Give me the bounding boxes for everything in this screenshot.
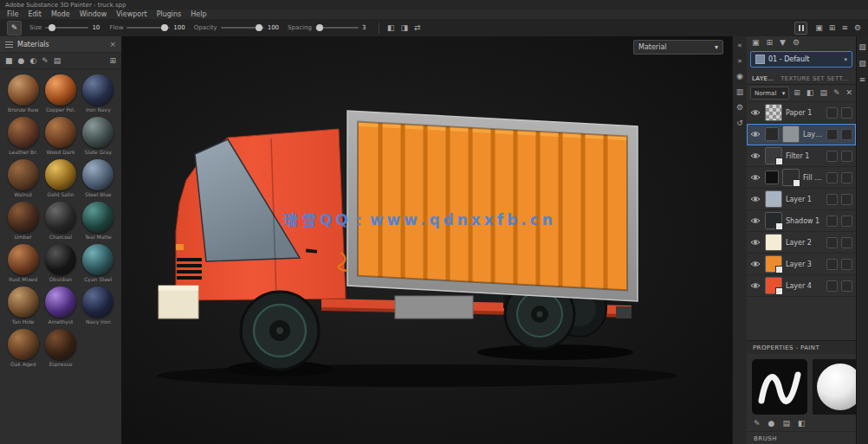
menu-item-mode[interactable]: Mode [51, 10, 70, 18]
material-item[interactable]: Espresso [42, 329, 79, 367]
visibility-eye-icon[interactable] [750, 281, 761, 290]
add-layer-icon[interactable]: ⊞ [794, 89, 800, 97]
material-item[interactable]: Steel Blue [80, 159, 117, 197]
tab-layers[interactable]: LAYERS [752, 75, 774, 82]
brush-section-header[interactable]: BRUSH [747, 431, 856, 444]
filter-brushes-icon[interactable]: ✎ [42, 57, 49, 65]
material-item[interactable]: Copper Pol. [42, 74, 79, 113]
add-folder-icon[interactable]: ▤ [819, 89, 827, 97]
layer-thumbnail[interactable] [765, 147, 782, 164]
layer-row[interactable]: Layer 1 [747, 189, 856, 210]
layer-row[interactable]: Shadow 1 [747, 210, 856, 232]
material-tab-icon[interactable]: ◧ [798, 420, 806, 428]
filter-icon[interactable]: ▼ [780, 39, 786, 47]
material-item[interactable]: Gold Satin [42, 159, 79, 197]
layer-thumbnail[interactable] [765, 190, 782, 208]
layer-thumbnail[interactable] [765, 104, 782, 121]
material-item[interactable]: Oak Aged [4, 329, 42, 367]
material-item[interactable]: Navy Iron [80, 286, 117, 325]
menu-item-file[interactable]: File [7, 10, 18, 18]
menu-item-viewport[interactable]: Viewport [116, 10, 146, 18]
blend-mode-dropdown[interactable]: Normal ▾ [750, 87, 789, 100]
layer-row[interactable]: Layer 4 [747, 275, 856, 297]
material-item[interactable]: Tan Hide [4, 286, 42, 325]
filter-alphas-icon[interactable]: ▤ [54, 57, 62, 65]
layer-settings-icon[interactable] [841, 216, 852, 227]
slider-knob[interactable] [161, 24, 168, 31]
layer-thumbnail[interactable] [765, 255, 782, 273]
stencil-tab-icon[interactable]: ▤ [782, 420, 790, 428]
brush-stroke-preview[interactable] [752, 359, 807, 415]
brush-flow-control[interactable]: Flow100 [109, 24, 185, 31]
layer-row[interactable]: Fill layer 1 [747, 167, 856, 189]
layer-settings-icon[interactable] [841, 172, 852, 183]
add-effect-icon[interactable]: ✎ [833, 89, 840, 97]
lazy-mouse-icon[interactable]: ⇄ [414, 24, 421, 32]
brush-spacing-control[interactable]: Spacing3 [288, 24, 371, 31]
layer-settings-icon[interactable] [841, 237, 852, 248]
history-icon[interactable]: ↺ [736, 119, 743, 127]
layer-opacity-icon[interactable] [826, 216, 838, 227]
slider-knob[interactable] [256, 24, 262, 31]
layer-thumbnail[interactable] [782, 169, 800, 186]
material-item[interactable]: Walnut [4, 159, 42, 197]
symmetry-y-icon[interactable]: ◨ [400, 24, 408, 32]
layer-thumbnail[interactable] [765, 234, 782, 251]
dock-properties-icon[interactable]: ≡ [859, 76, 866, 84]
delete-layer-icon[interactable]: ✕ [845, 89, 852, 97]
layer-opacity-icon[interactable] [826, 259, 838, 270]
layer-row[interactable]: Layer 2 [747, 232, 856, 254]
material-item[interactable]: Bronze Raw [4, 74, 42, 113]
material-item[interactable]: Rust Mixed [4, 244, 42, 282]
texture-set-selector[interactable]: 01 - Default ▾ [750, 51, 852, 68]
layer-row[interactable]: Filter 1 [747, 145, 856, 167]
menu-item-window[interactable]: Window [80, 10, 107, 18]
slider-track[interactable] [315, 27, 359, 29]
layer-settings-icon[interactable] [841, 107, 852, 119]
layer-settings-icon[interactable] [841, 151, 852, 162]
material-item[interactable]: Cyan Steel [80, 244, 117, 282]
menu-item-edit[interactable]: Edit [28, 10, 42, 18]
symmetry-x-icon[interactable]: ◧ [387, 24, 395, 32]
log-icon[interactable]: ≡ [841, 24, 848, 32]
menu-item-plugins[interactable]: Plugins [157, 10, 182, 18]
layer-thumbnail[interactable] [765, 277, 782, 294]
layer-row[interactable]: Paper 1 [747, 102, 856, 124]
material-item[interactable]: Wood Dark [42, 117, 79, 155]
close-icon[interactable]: × [109, 40, 116, 48]
layer-opacity-icon[interactable] [826, 280, 838, 292]
material-item[interactable]: Leather Br. [4, 117, 42, 155]
grid-view-icon[interactable]: ⊞ [109, 57, 116, 65]
slider-knob[interactable] [49, 24, 55, 31]
camera-icon[interactable]: ◉ [736, 73, 743, 80]
shader-settings-icon[interactable]: ⚙ [736, 104, 743, 112]
layer-thumbnail[interactable] [765, 212, 782, 229]
brush-size-control[interactable]: Size10 [29, 24, 100, 31]
material-item[interactable]: Slate Gray [80, 117, 117, 155]
material-item[interactable]: Teal Matte [80, 202, 117, 240]
snapshot-icon[interactable]: ▣ [815, 24, 823, 32]
uv-view-icon[interactable]: ⊞ [767, 39, 774, 47]
layer-settings-icon[interactable] [841, 194, 852, 205]
fullscreen-icon[interactable]: ⊞ [829, 24, 836, 32]
geometry-mask-icon[interactable]: ▣ [752, 39, 760, 47]
visibility-eye-icon[interactable] [750, 173, 761, 182]
visibility-eye-icon[interactable] [750, 195, 761, 203]
layer-opacity-icon[interactable] [826, 151, 838, 162]
material-item[interactable]: Amethyst [42, 286, 79, 325]
gear-icon[interactable]: ⚙ [854, 24, 861, 32]
visibility-eye-icon[interactable] [750, 260, 761, 268]
slider-knob[interactable] [316, 24, 323, 31]
layer-row[interactable]: Layer 0 [747, 124, 856, 145]
layer-settings-icon[interactable] [841, 259, 852, 270]
tab-texture-set-settings[interactable]: TEXTURE SET SETTINGS [781, 75, 851, 82]
layer-opacity-icon[interactable] [826, 237, 838, 248]
material-item[interactable]: Charcoal [42, 202, 79, 240]
layer-settings-icon[interactable] [841, 129, 852, 140]
slider-track[interactable] [45, 27, 88, 29]
alpha-tab-icon[interactable]: ● [768, 420, 775, 428]
shading-mode-dropdown[interactable]: Material ▾ [633, 40, 723, 55]
expand-right-icon[interactable]: » [737, 57, 742, 65]
dock-assets-icon[interactable]: ▧ [858, 43, 866, 51]
slider-track[interactable] [126, 27, 170, 29]
